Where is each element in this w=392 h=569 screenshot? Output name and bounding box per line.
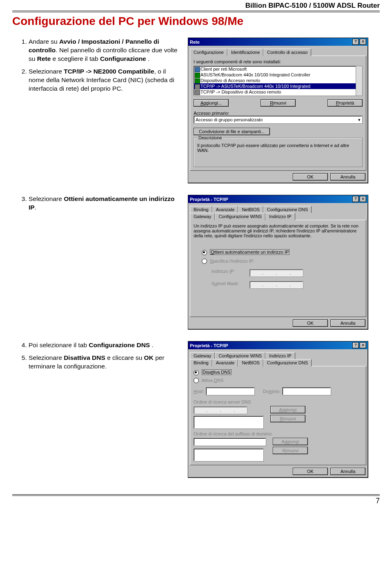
dns-add-button[interactable]: Aggiungi — [270, 406, 305, 413]
dns-ip-input[interactable]: ... — [194, 406, 247, 414]
file-print-sharing-button[interactable]: Condivisione di file e stampanti... — [194, 128, 270, 135]
cancel-button[interactable]: Annulla — [330, 173, 365, 181]
titlebar-tcpip: Proprietà - TCP/IP ? x — [188, 341, 368, 349]
components-listbox[interactable]: Client per reti Microsoft ASUSTeK/Broadc… — [194, 66, 363, 96]
tab-controllo-accesso[interactable]: Controllo di accesso — [263, 49, 311, 56]
tab-gateway[interactable]: Gateway — [190, 213, 215, 220]
close-icon[interactable]: x — [360, 342, 366, 348]
components-label: I seguenti componenti di rete sono insta… — [194, 59, 363, 64]
ip-intro-text: Un indirizzo IP può essere assegnato aut… — [194, 223, 363, 238]
properties-button[interactable]: Proprietà — [327, 99, 363, 107]
page-number: 7 — [12, 494, 380, 505]
ok-button[interactable]: OK — [293, 468, 328, 475]
tab-identificazione[interactable]: Identificazione — [227, 49, 263, 56]
tab-dns[interactable]: Configurazione DNS — [263, 359, 312, 366]
ip-address-label: Indirizzo IP: — [212, 269, 248, 274]
remove-button[interactable]: Rimuovi — [261, 99, 296, 107]
tab-wins[interactable]: Configurazione WINS — [215, 352, 265, 359]
titlebar-tcpip: Proprietà - TCP/IP ? x — [188, 195, 368, 203]
tab-avanzate[interactable]: Avanzate — [212, 359, 238, 366]
step-5: Selezionare Disattiva DNS e cliccare su … — [29, 354, 180, 371]
help-icon[interactable]: ? — [352, 39, 359, 45]
dns-order-label: Ordine di ricerca server DNS — [194, 399, 363, 404]
dns-remove-button[interactable]: Rimuovi — [270, 415, 305, 422]
protocol-icon — [195, 90, 200, 95]
ok-button[interactable]: OK — [293, 173, 328, 181]
titlebar-label: Proprietà - TCP/IP — [190, 197, 228, 202]
page-header: Billion BIPAC-5100 / 5100W ADSL Router — [12, 0, 380, 12]
tab-netbios[interactable]: NetBIOS — [238, 359, 263, 366]
list-item[interactable]: ASUSTeK/Broadcom 440x 10/100 Integrated … — [194, 72, 362, 78]
dns-list[interactable] — [194, 416, 264, 429]
suffix-list[interactable] — [194, 449, 264, 462]
titlebar-label: Proprietà - TCP/IP — [190, 343, 228, 348]
radio-attiva-dns[interactable]: Attiva DNS — [194, 378, 363, 384]
titlebar-rete: Rete ? x — [188, 38, 368, 46]
radio-icon — [202, 259, 207, 264]
titlebar-label: Rete — [190, 40, 200, 45]
scrollbar[interactable] — [356, 66, 362, 96]
domain-input[interactable] — [282, 387, 331, 395]
tab-avanzate[interactable]: Avanzate — [212, 206, 238, 213]
description-label: Descrizione — [197, 135, 223, 140]
ok-button[interactable]: OK — [293, 319, 328, 327]
dialog-tcpip-ip: Proprietà - TCP/IP ? x Binding Avanzate … — [188, 195, 368, 330]
primary-access-dropdown[interactable]: Accesso di gruppo personalizzato ▾ — [194, 116, 363, 124]
tab-indirizzo-ip[interactable]: Indirizzo IP — [265, 213, 295, 220]
close-icon[interactable]: x — [360, 196, 366, 202]
description-text: Il protocollo TCP/IP può essere utilizza… — [197, 143, 359, 153]
subnet-mask-label: Subnet Mask: — [212, 281, 248, 286]
suffix-remove-button[interactable]: Rimuovi — [273, 447, 308, 454]
suffix-order-label: Ordine di ricerca del suffisso di domini… — [194, 431, 363, 436]
list-item[interactable]: TCP/IP -> Dispositivo di Accesso remoto — [194, 89, 362, 95]
cancel-button[interactable]: Annulla — [330, 319, 365, 327]
tab-dns[interactable]: Configurazione DNS — [263, 206, 312, 213]
cancel-button[interactable]: Annulla — [330, 468, 365, 475]
help-icon[interactable]: ? — [352, 342, 359, 348]
suffix-add-button[interactable]: Aggiungi — [273, 438, 308, 445]
host-label: Host: — [194, 389, 204, 394]
tab-gateway[interactable]: Gateway — [190, 352, 215, 359]
radio-specify-ip[interactable]: Specifica l'indirizzo IP: — [202, 259, 363, 264]
primary-access-label: Accesso primario: — [194, 111, 363, 116]
list-item[interactable]: Client per reti Microsoft — [194, 66, 362, 72]
page-title: Configurazione del PC per Windows 98/Me — [12, 15, 380, 28]
tab-indirizzo-ip[interactable]: Indirizzo IP — [265, 352, 295, 359]
list-item[interactable]: Dispositivo di Accesso remoto — [194, 78, 362, 83]
help-icon[interactable]: ? — [352, 196, 359, 202]
step-4: Poi selezionare il tab Configurazione DN… — [29, 341, 180, 350]
radio-icon — [202, 250, 207, 255]
radio-icon — [194, 378, 199, 383]
add-button[interactable]: Aggiungi... — [194, 99, 229, 107]
host-input[interactable] — [206, 387, 255, 395]
dialog-rete: Rete ? x Configurazione Identificazione … — [188, 38, 368, 183]
suffix-input[interactable] — [194, 438, 266, 446]
ip-address-input[interactable]: ... — [249, 269, 303, 277]
radio-disattiva-dns[interactable]: Disattiva DNS — [194, 370, 363, 375]
dialog-tcpip-dns: Proprietà - TCP/IP ? x Gateway Configura… — [188, 341, 368, 478]
step-2: Selezionare TCP/IP -> NE2000 Compatibile… — [29, 67, 180, 93]
step-1: Andare su Avvio / Impostazioni / Pannell… — [29, 38, 180, 63]
chevron-down-icon: ▾ — [358, 117, 361, 123]
radio-icon — [194, 370, 199, 375]
radio-auto-ip[interactable]: Ottieni automaticamente un indirizzo IP — [202, 250, 363, 255]
close-icon[interactable]: x — [360, 39, 366, 45]
domain-label: Dominio: — [263, 389, 281, 394]
tab-configurazione[interactable]: Configurazione — [190, 49, 227, 56]
tab-binding[interactable]: Binding — [190, 359, 212, 366]
list-item-selected[interactable]: TCP/IP -> ASUSTeK/Broadcom 440x 10/100 I… — [194, 83, 362, 89]
tab-wins[interactable]: Configurazione WINS — [215, 213, 265, 220]
tab-binding[interactable]: Binding — [190, 206, 212, 213]
step-3: Selezionare Ottieni automaticamente un i… — [29, 195, 180, 212]
tab-netbios[interactable]: NetBIOS — [238, 206, 263, 213]
subnet-mask-input[interactable]: ... — [249, 281, 303, 289]
